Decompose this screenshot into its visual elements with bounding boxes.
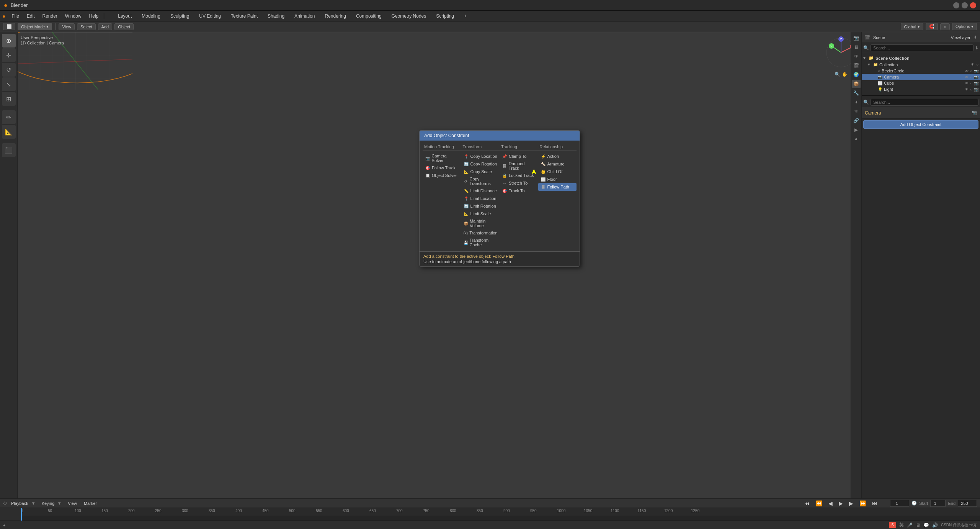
menu-file[interactable]: File: [8, 12, 23, 20]
constraint-child-of[interactable]: 👶 Child Of: [538, 168, 577, 175]
annotate-tool-btn[interactable]: ✏: [2, 110, 16, 124]
constraint-copy-location[interactable]: 📍 Copy Location: [461, 152, 500, 160]
jump-start-btn[interactable]: ⏮: [803, 500, 811, 506]
constraint-transformation[interactable]: (x) Transformation: [461, 229, 500, 237]
taskbar-icon3[interactable]: 🖥: [916, 522, 920, 528]
snap-btn[interactable]: 🧲: [926, 23, 938, 30]
tree-cube[interactable]: ⬜ Cube 👁 ○ 📷: [862, 80, 980, 86]
select-menu-btn[interactable]: Select: [77, 23, 96, 30]
tab-animation[interactable]: Animation: [290, 12, 319, 20]
tab-scripting[interactable]: Scripting: [431, 12, 459, 20]
tab-compositing[interactable]: Compositing: [351, 12, 386, 20]
props-icon-data[interactable]: ▶: [852, 126, 861, 134]
next-keyframe-btn[interactable]: ▶: [848, 500, 854, 506]
constraint-limit-scale[interactable]: 📐 Limit Scale: [461, 210, 500, 218]
options-btn[interactable]: Options ▾: [952, 23, 977, 30]
constraint-copy-transforms[interactable]: ⟳ Copy Transforms: [461, 175, 500, 187]
taskbar-icon5[interactable]: 🔊: [932, 522, 938, 528]
render-icon-d[interactable]: 📷: [974, 81, 978, 85]
constraint-action[interactable]: ⚡ Action: [538, 152, 577, 160]
constraint-object-solver[interactable]: 🔲 Object Solver: [423, 172, 461, 179]
menu-help[interactable]: Help: [85, 12, 103, 20]
object-menu-btn[interactable]: Object: [114, 23, 134, 30]
props-icon-output[interactable]: 🖥: [852, 43, 861, 51]
render-icon-e[interactable]: 📷: [974, 87, 978, 92]
transform-global-btn[interactable]: Global ▾: [901, 23, 924, 30]
transform-tool-btn[interactable]: ⊞: [2, 92, 16, 106]
props-icon-view[interactable]: 👁: [852, 52, 861, 61]
render-icon-c[interactable]: 📷: [974, 75, 978, 79]
tab-texture-paint[interactable]: Texture Paint: [226, 12, 262, 20]
view-menu-btn[interactable]: View: [59, 23, 75, 30]
constraint-transform-cache[interactable]: 💾 Transform Cache: [461, 237, 500, 248]
playback-menu[interactable]: Playback: [11, 501, 28, 506]
props-icon-modifier[interactable]: 🔧: [852, 89, 861, 97]
tree-camera[interactable]: 📷 Camera 👁 ○ 📷: [862, 74, 980, 80]
tab-layout[interactable]: Layout: [113, 12, 136, 20]
tab-add[interactable]: +: [459, 12, 471, 20]
eye-icon-d[interactable]: 👁: [965, 81, 969, 85]
menu-window[interactable]: Window: [61, 12, 85, 20]
props-search-input[interactable]: [871, 99, 978, 106]
constraint-limit-rotation[interactable]: 🔄 Limit Rotation: [461, 202, 500, 210]
constraint-copy-rotation[interactable]: 🔄 Copy Rotation: [461, 160, 500, 168]
viewport-select-btn[interactable]: ⬜: [3, 23, 15, 30]
tree-beziercircle[interactable]: ○ BezierCircle 👁 ○ 📷: [862, 68, 980, 74]
frame-end-input[interactable]: [958, 500, 977, 507]
tab-sculpting[interactable]: Sculpting: [166, 12, 194, 20]
tab-uv-editing[interactable]: UV Editing: [194, 12, 225, 20]
zoom-icon[interactable]: 🔍: [835, 72, 840, 77]
constraint-follow-path[interactable]: 🛤 Follow Path: [538, 183, 577, 191]
current-frame-input[interactable]: [890, 500, 909, 507]
constraint-camera-solver[interactable]: 📷 Camera Solver: [423, 152, 461, 164]
cursor-icon[interactable]: ○: [976, 62, 978, 67]
frame-start-input[interactable]: [930, 500, 946, 507]
outliner-filter-icon[interactable]: ⬇: [975, 46, 978, 51]
eye-icon-e[interactable]: 👁: [965, 87, 969, 92]
minimize-button[interactable]: [953, 2, 959, 8]
cursor-icon-e[interactable]: ○: [970, 87, 972, 92]
props-icon-physics[interactable]: ⚛: [852, 107, 861, 116]
render-icon-b[interactable]: 📷: [974, 69, 978, 73]
add-menu-btn[interactable]: Add: [98, 23, 113, 30]
constraint-clamp-to[interactable]: 📌 Clamp To: [500, 152, 538, 160]
cursor-icon-d[interactable]: ○: [970, 81, 972, 85]
object-mode-btn[interactable]: Object Mode ▾: [18, 23, 52, 30]
menu-render[interactable]: Render: [39, 12, 61, 20]
props-icon-constraints[interactable]: 🔗: [852, 116, 861, 125]
prev-frame-btn[interactable]: ⏪: [815, 500, 823, 506]
pan-icon[interactable]: ✋: [842, 72, 848, 77]
rotate-tool-btn[interactable]: ↺: [2, 63, 16, 77]
maximize-button[interactable]: [962, 2, 968, 8]
scale-tool-btn[interactable]: ⤡: [2, 77, 16, 91]
constraint-limit-distance[interactable]: 📏 Limit Distance: [461, 187, 500, 195]
constraint-limit-location[interactable]: 📍 Limit Location: [461, 195, 500, 202]
taskbar-icon1[interactable]: 英: [899, 522, 904, 528]
proportional-btn[interactable]: ○: [940, 23, 950, 30]
jump-end-btn[interactable]: ⏭: [871, 500, 879, 506]
cursor-tool-btn[interactable]: ⊕: [2, 34, 16, 47]
close-button[interactable]: [970, 2, 976, 8]
cursor-icon-c[interactable]: ○: [970, 75, 972, 79]
play-btn[interactable]: ▶: [838, 500, 844, 506]
props-icon-render[interactable]: 📷: [852, 34, 861, 42]
constraint-stretch-to[interactable]: ↔ Stretch To: [500, 179, 538, 187]
next-frame-btn[interactable]: ⏩: [858, 500, 867, 506]
filter-icon[interactable]: ⬇: [973, 35, 977, 40]
tree-light[interactable]: 💡 Light 👁 ○ 📷: [862, 86, 980, 92]
add-cube-btn[interactable]: ⬛: [2, 143, 16, 157]
taskbar-icon2[interactable]: 🎤: [907, 522, 913, 528]
props-icon-world[interactable]: 🌍: [852, 70, 861, 79]
tab-rendering[interactable]: Rendering: [320, 12, 351, 20]
timeline-ruler[interactable]: 1 50 100 150 200 250 300 350 400 450 500…: [0, 508, 980, 516]
menu-edit[interactable]: Edit: [23, 12, 39, 20]
constraint-track-to[interactable]: 🎯 Track To: [500, 187, 538, 195]
props-icon-scene[interactable]: 🎬: [852, 61, 861, 70]
tab-modeling[interactable]: Modeling: [137, 12, 165, 20]
constraint-follow-track[interactable]: 🎯 Follow Track: [423, 164, 461, 172]
add-constraint-button[interactable]: Add Object Constraint: [863, 120, 978, 129]
constraint-copy-scale[interactable]: 📐 Copy Scale: [461, 168, 500, 175]
cursor-icon-b[interactable]: ○: [970, 69, 972, 73]
eye-icon[interactable]: 👁: [971, 62, 975, 67]
props-icon-material[interactable]: ●: [852, 135, 861, 143]
